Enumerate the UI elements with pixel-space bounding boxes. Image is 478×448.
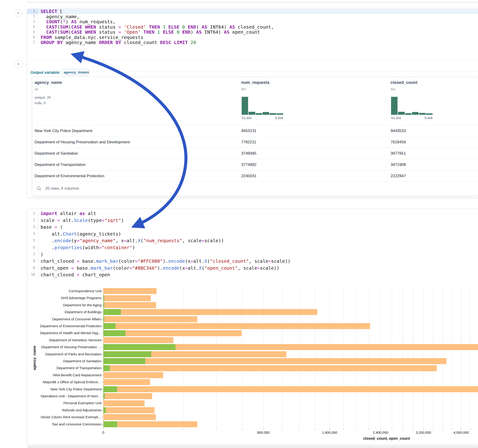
python-cell: 1import altair as alt2scale = alt.Scale(… — [27, 209, 478, 445]
histogram — [391, 97, 433, 115]
y-axis-label: Department of Transportation — [27, 365, 103, 372]
divider — [27, 71, 478, 72]
line-number: 4 — [27, 231, 35, 238]
x-tick — [369, 428, 369, 430]
y-axis-label: DHS Advantage Programs — [27, 294, 103, 301]
code-line[interactable]: 9chart_open = base.mark_bar(color="#8BC3… — [27, 265, 478, 272]
y-axis-label: New York City Police Department — [27, 386, 103, 393]
line-number: 8 — [27, 258, 35, 265]
histogram-bar — [398, 112, 404, 115]
table-cell: 7618456 — [391, 137, 406, 148]
table-cell: 7782211 — [241, 137, 256, 148]
column-header[interactable]: closed_count — [391, 80, 417, 85]
table-cell: 3471908 — [391, 159, 406, 170]
x-tick — [103, 428, 104, 430]
code-line[interactable]: 7GROUP BY agency_name ORDER BY closed_co… — [27, 40, 478, 45]
x-tick — [242, 428, 242, 430]
output-variable-label: Output variable: — [31, 70, 60, 75]
line-number: 9 — [27, 265, 35, 272]
histogram-bar — [405, 113, 412, 115]
bar-closed — [103, 400, 145, 406]
x-tick — [315, 428, 315, 430]
bar-closed — [103, 323, 370, 329]
bar-open — [103, 358, 145, 364]
x-tick — [299, 428, 300, 430]
bar-closed — [103, 295, 151, 301]
gridline — [299, 288, 300, 428]
gridline — [452, 288, 453, 428]
column-type: i64 — [241, 87, 246, 91]
code-line[interactable]: 3 COUNT(*) AS num_requests, — [27, 19, 478, 25]
histogram-bar — [249, 112, 255, 115]
bar-closed — [103, 393, 152, 399]
column-header[interactable]: num_requests — [241, 80, 270, 85]
table-row[interactable]: New York City Police Department945313194… — [32, 125, 478, 137]
code-line[interactable]: 5 CAST(SUM(CASE WHEN status = 'Open' THE… — [27, 30, 478, 35]
x-tick — [443, 428, 443, 430]
y-axis-label: Correspondence Unit — [27, 288, 103, 294]
y-axis-label: Refunds and Adjustments — [27, 407, 103, 414]
code-line[interactable]: 4 CAST(SUM(CASE WHEN status = 'Closed' T… — [27, 25, 478, 30]
y-axis-label: Department for the Aging — [27, 302, 103, 309]
y-axis-label: HRA Benefit Card Replacement — [27, 372, 103, 379]
table-row[interactable]: Department of Sanitation37494853677651 — [32, 148, 478, 159]
table-row[interactable]: Department of Environmental Protection22… — [32, 170, 478, 182]
gridline — [282, 288, 283, 428]
previous-cell-edge — [27, 0, 478, 2]
fold-chevron-icon[interactable]: ⌄ — [36, 224, 38, 231]
line-number: 1 — [27, 210, 35, 217]
column-stat: nulls: 0 — [35, 101, 46, 105]
x-tick — [452, 428, 453, 430]
code-line[interactable]: 6 .properties(width="container") — [27, 244, 478, 251]
bar-open — [103, 365, 110, 371]
bar-closed — [103, 379, 150, 385]
histogram-bar — [426, 113, 433, 115]
histogram-bar — [242, 97, 248, 115]
code-line[interactable]: 8chart_closed = base.mark_bar(color="#FF… — [27, 258, 478, 265]
add-cell-button[interactable]: + — [14, 60, 22, 68]
gridline — [343, 288, 344, 428]
sql-editor[interactable]: 1⌄SELECT 2 agency_name,3 COUNT(*) AS num… — [27, 9, 478, 45]
code-line[interactable]: 3⌄base = ( — [27, 224, 478, 231]
y-axis-label: Department of Sanitation — [27, 358, 103, 365]
code-line[interactable]: 2scale = alt.Scale(type="sqrt") — [27, 217, 478, 224]
code-line[interactable]: 10chart_closed + chart_open — [27, 272, 478, 278]
code-line[interactable]: 6FROM sample_data.nyc.service_requests — [27, 35, 478, 40]
gridline — [263, 288, 264, 428]
fold-chevron-icon[interactable]: ⌄ — [36, 9, 38, 14]
bar-open — [103, 351, 151, 357]
bottom-scroll-track[interactable] — [27, 446, 478, 448]
code-line[interactable]: 5 .encode(y="agency_name", x=alt.X("num_… — [27, 237, 478, 244]
x-tick — [282, 428, 283, 430]
x-tick — [380, 428, 381, 430]
code-line[interactable]: 1⌄SELECT — [27, 9, 478, 14]
table-row[interactable]: Department of Housing Preservation and D… — [32, 136, 478, 148]
add-cell-button[interactable]: + — [14, 9, 22, 17]
x-tick — [403, 428, 403, 430]
table-cell: 3749485 — [241, 148, 256, 159]
python-editor[interactable]: 1import altair as alt2scale = alt.Scale(… — [27, 210, 478, 278]
bar-closed — [103, 358, 447, 364]
output-variable-pill[interactable]: agency_tickets — [62, 69, 89, 76]
x-tick — [263, 428, 264, 430]
bar-open — [103, 316, 104, 322]
code-line[interactable]: 2 agency_name, — [27, 14, 478, 19]
line-number: 3 — [27, 19, 35, 25]
x-tick — [356, 428, 357, 430]
search-icon[interactable] — [37, 186, 42, 192]
bar-closed — [103, 288, 157, 294]
code-line[interactable]: 1import altair as alt — [27, 210, 478, 217]
bar-closed — [103, 421, 197, 427]
histogram-bar — [256, 113, 262, 115]
table-row[interactable]: Department of Transportation377489234719… — [32, 159, 478, 170]
y-axis-label: Department of Buildings — [27, 309, 103, 316]
bar-open — [103, 323, 115, 329]
bar-closed — [103, 386, 478, 392]
code-line[interactable]: 7) — [27, 251, 478, 258]
column-header[interactable]: agency_name — [35, 80, 62, 85]
line-number: 6 — [27, 244, 35, 251]
y-axis-label: Personal Exemption Unit — [27, 400, 103, 406]
code-line[interactable]: 4 alt.Chart(agency_tickets) — [27, 231, 478, 238]
bar-open — [103, 330, 126, 336]
gridline — [330, 288, 330, 428]
